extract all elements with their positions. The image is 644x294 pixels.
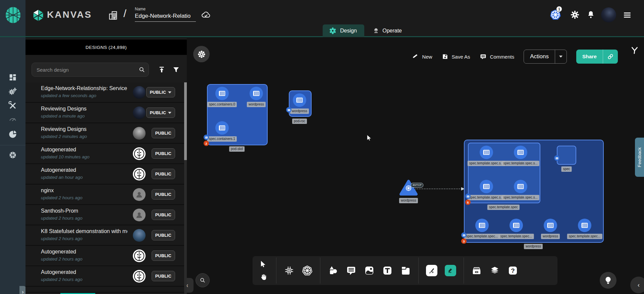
list-item[interactable]: Santhosh-Prom updated 2 hours ago PUBLIC — [25, 205, 184, 225]
meshery-catalog-icon[interactable] — [8, 130, 17, 139]
comments-button[interactable]: Comments — [480, 53, 515, 60]
node-container[interactable] — [250, 87, 263, 100]
actions-dropdown-toggle[interactable] — [555, 50, 567, 63]
filter-icon[interactable] — [172, 66, 180, 74]
list-item[interactable]: Reviewing Designs updated a minute ago P… — [25, 103, 184, 123]
node-spec-template-spec[interactable] — [468, 143, 540, 203]
performance-gauge-icon[interactable] — [8, 115, 17, 124]
list-item[interactable]: Autogenerated updated 10 minutes ago PUB… — [25, 144, 184, 164]
node-container[interactable] — [578, 219, 591, 232]
visibility-badge[interactable]: PUBLIC — [152, 250, 175, 261]
share-button[interactable]: Share — [576, 50, 618, 64]
pen-tool[interactable] — [426, 265, 437, 276]
node-container[interactable] — [509, 219, 523, 232]
visibility-badge[interactable]: PUBLIC — [146, 107, 175, 118]
toolbox-icon[interactable] — [8, 101, 17, 110]
organization-icon[interactable] — [107, 9, 119, 21]
node-container[interactable] — [514, 180, 527, 193]
list-item[interactable]: K8 Statefulset demonstration with mo upd… — [25, 225, 184, 246]
freehand-draw-tool[interactable] — [445, 265, 456, 276]
help-tool[interactable]: ? — [507, 265, 518, 276]
save-as-button[interactable]: Save As — [442, 53, 470, 60]
visibility-badge[interactable]: PUBLIC — [152, 210, 175, 220]
list-item[interactable]: Autogenerated updated 2 hours ago PUBLIC — [25, 246, 184, 266]
list-item[interactable]: Autogenerated updated 2 hours ago PUBLIC — [25, 266, 184, 287]
comment-tool[interactable] — [346, 265, 357, 276]
hamburger-menu-icon[interactable] — [623, 11, 632, 19]
node-container[interactable] — [480, 146, 493, 159]
error-count-badge[interactable]: 5 — [465, 200, 471, 205]
kanvas-logo-icon[interactable] — [32, 9, 45, 22]
pencil-icon — [412, 53, 419, 60]
user-avatar[interactable] — [601, 7, 616, 22]
avatar — [133, 270, 146, 283]
node-container[interactable] — [544, 219, 557, 232]
visibility-badge[interactable]: PUBLIC — [152, 148, 175, 159]
node-container[interactable] — [293, 93, 306, 107]
pan-tool[interactable] — [258, 272, 269, 282]
list-item[interactable]: Edge-Network-Relationship: Service updat… — [25, 82, 184, 103]
zoom-button[interactable] — [196, 273, 210, 287]
collapse-panel-chevron[interactable]: ‹ — [187, 278, 194, 293]
visibility-badge[interactable]: PUBLIC — [152, 169, 175, 179]
node-container[interactable] — [475, 219, 489, 232]
search-input[interactable] — [32, 63, 149, 77]
layers-tool[interactable] — [489, 265, 500, 276]
link-icon — [607, 53, 614, 60]
node-container[interactable] — [514, 146, 527, 159]
meshery-logo-icon[interactable] — [5, 7, 21, 23]
chip-icon — [284, 266, 294, 276]
pod-kind-badge[interactable] — [204, 135, 209, 140]
kubernetes-context-switcher[interactable]: 1 — [549, 9, 564, 23]
visibility-badge[interactable]: PUBLIC — [152, 189, 175, 200]
select-tool[interactable] — [258, 259, 269, 270]
settings-gear-icon[interactable] — [570, 10, 580, 19]
operator-button[interactable] — [193, 46, 210, 62]
node-spec[interactable] — [557, 146, 576, 165]
list-scrollbar-thumb[interactable] — [184, 82, 187, 160]
copy-link-button[interactable] — [603, 50, 618, 64]
pod-kind-badge[interactable] — [465, 194, 471, 199]
rail-divider — [0, 145, 25, 145]
validate-flask-icon[interactable] — [630, 46, 639, 56]
notifications-bell-icon[interactable] — [586, 10, 595, 19]
expand-rail-chevron[interactable]: › — [19, 286, 26, 294]
pod-kind-badge[interactable] — [554, 155, 559, 161]
error-count-badge[interactable]: 2 — [204, 141, 209, 146]
cloud-saved-icon[interactable] — [201, 10, 211, 20]
design-canvas[interactable]: New Save As Comments Actions Share — [187, 38, 644, 294]
node-container[interactable] — [215, 87, 229, 100]
list-item-partial[interactable] — [25, 287, 184, 293]
feedback-tab[interactable]: Feedback — [635, 138, 644, 177]
node-container[interactable] — [215, 121, 229, 135]
tour-button[interactable] — [600, 272, 616, 289]
kubernetes-tool[interactable] — [302, 265, 313, 276]
image-tool[interactable] — [364, 265, 375, 276]
dashboard-icon[interactable] — [8, 73, 17, 82]
list-item[interactable]: nginx updated 2 hours ago PUBLIC — [25, 185, 184, 205]
new-button[interactable]: New — [412, 53, 432, 60]
lifecycle-gears-icon[interactable] — [8, 87, 17, 96]
collapse-right-chevron[interactable]: ‹ — [630, 277, 644, 293]
kanvas-rail-icon[interactable] — [8, 150, 17, 160]
list-item[interactable]: Autogenerated updated an hour ago PUBLIC — [25, 164, 184, 185]
tab-design[interactable]: Design — [323, 24, 364, 37]
note-tool[interactable] — [400, 265, 411, 276]
pod-kind-badge[interactable] — [461, 232, 467, 238]
components-tool[interactable] — [284, 265, 294, 276]
tab-operate[interactable]: Operate — [367, 24, 408, 37]
pod-kind-badge[interactable] — [286, 107, 291, 113]
node-container[interactable] — [480, 180, 493, 193]
publish-upload-icon[interactable] — [158, 66, 166, 74]
visibility-badge[interactable]: PUBLIC — [146, 87, 175, 97]
list-item[interactable]: Reviewing Designs updated 2 minutes ago … — [25, 123, 184, 144]
visibility-badge[interactable]: PUBLIC — [152, 230, 175, 240]
text-tool[interactable] — [382, 265, 393, 276]
visibility-badge[interactable]: PUBLIC — [152, 128, 175, 138]
design-name-input[interactable]: Edge-Network-Relatio — [135, 13, 196, 22]
drawer-tool[interactable] — [471, 265, 482, 276]
error-count-badge[interactable]: 3 — [461, 238, 467, 244]
visibility-badge[interactable]: PUBLIC — [152, 271, 175, 281]
actions-button[interactable]: Actions — [524, 50, 567, 64]
shapes-tool[interactable] — [328, 265, 338, 276]
